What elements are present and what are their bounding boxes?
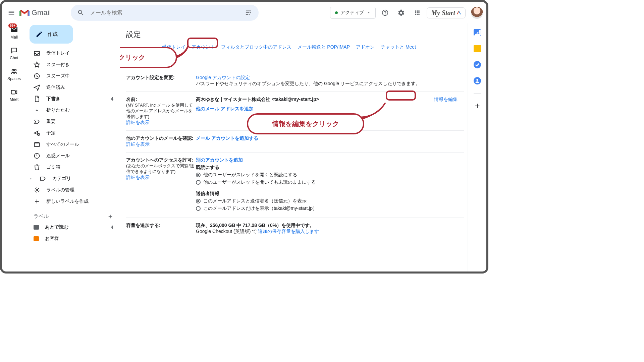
add-mail-account-link[interactable]: メール アカウントを追加する [196, 135, 464, 141]
annotation-outline-edit-info [386, 90, 416, 101]
main-menu-button[interactable] [5, 6, 18, 19]
storage-label: 容量を追加する: [126, 223, 196, 235]
apps-button[interactable] [411, 6, 424, 19]
sidepanel-add[interactable] [474, 102, 481, 110]
plus-icon [34, 198, 40, 205]
svg-point-3 [14, 69, 16, 71]
storage-usage: 現在、256,000 GB 中 717.28 GB（0%）を使用中です。 [196, 223, 464, 229]
tab-forwarding[interactable]: メール転送と POP/IMAP [298, 44, 350, 50]
acct-change-desc: パスワードやセキュリティのオプションを変更したり、他の Google サービスに… [196, 81, 464, 87]
grant-access-label: アカウントへのアクセスを許可: [126, 157, 196, 163]
radio-show-email-only[interactable]: このメールアドレスだけを表示（takaki@my-start.jp） [196, 205, 464, 212]
nav-spam[interactable]: 迷惑メール [26, 150, 120, 162]
gmail-icon [19, 9, 30, 17]
grant-details-link[interactable]: 詳細を表示 [126, 175, 196, 181]
chevron-up-icon [34, 107, 40, 114]
name-section-label: 名前: [126, 97, 196, 103]
brand-accent-icon [457, 10, 461, 15]
svg-point-0 [250, 12, 251, 13]
radio-show-name[interactable]: このメールアドレスと送信者名（送信元）を表示 [196, 198, 464, 204]
label-customers[interactable]: お客様 [26, 233, 120, 244]
page-title: 設定 [126, 29, 464, 40]
nav-manage-labels[interactable]: ラベルの管理 [26, 184, 120, 196]
nav-starred[interactable]: スター付き [26, 59, 120, 70]
svg-rect-4 [11, 90, 15, 94]
svg-point-9 [36, 189, 38, 191]
sidepanel-keep[interactable] [474, 45, 481, 52]
important-icon [34, 118, 40, 125]
nav-categories[interactable]: カテゴリ [26, 173, 120, 184]
trash-icon [34, 164, 40, 171]
add-another-account-link[interactable]: 別のアカウントを追加 [196, 157, 464, 163]
status-chip[interactable]: アクティブ [330, 7, 376, 19]
name-details-link[interactable]: 詳細を表示 [126, 120, 196, 126]
nav-create-label[interactable]: 新しいラベルを作成 [26, 196, 120, 207]
tab-addons[interactable]: アドオン [356, 44, 375, 50]
storage-purchase-line: Google Checkout (英語版) で 追加の保存容量を購入します [196, 229, 464, 235]
sidepanel-calendar[interactable]: 31 [474, 29, 481, 36]
workspace-brand[interactable]: My Start [427, 7, 466, 18]
gmail-logo[interactable]: Gmail [19, 8, 51, 17]
account-avatar[interactable] [471, 7, 483, 19]
nav-snoozed[interactable]: スヌーズ中 [26, 70, 120, 82]
spaces-icon [10, 68, 18, 75]
sender-info-header: 送信者情報 [196, 191, 464, 197]
name-section-sub: (MY START, Inc メール を使用して他のメール アドレスからメールを… [126, 103, 196, 120]
status-label: アクティブ [340, 10, 364, 16]
check-details-link[interactable]: 詳細を表示 [126, 141, 196, 147]
chevron-right-icon [29, 177, 33, 181]
rail-mail[interactable]: 99+ Mail [10, 25, 18, 40]
annotation-tail-edit [358, 101, 388, 121]
nav-allmail[interactable]: すべてのメール [26, 139, 120, 150]
tab-chat-meet[interactable]: チャットと Meet [381, 44, 416, 50]
rail-spaces[interactable]: Spaces [7, 68, 21, 81]
search-options-icon[interactable] [242, 6, 255, 19]
draft-icon [34, 96, 40, 102]
label-read-later[interactable]: あとで読む4 [26, 222, 120, 233]
sidepanel-tasks[interactable] [474, 61, 481, 68]
grant-access-sub: (あなたのメールボックスで閲覧/送信できるようになります) [126, 163, 196, 175]
google-account-settings-link[interactable]: Google アカウントの設定 [196, 75, 464, 81]
svg-point-2 [12, 69, 14, 71]
label-color-icon [34, 225, 39, 230]
purchase-storage-link[interactable]: 追加の保存容量を購入します [258, 229, 319, 234]
search-input[interactable] [88, 9, 242, 16]
rail-chat[interactable]: Chat [10, 47, 18, 60]
radio-mark-read[interactable]: 他のユーザーがスレッドを開くと既読にする [196, 172, 464, 178]
nav-trash[interactable]: ゴミ箱 [26, 162, 120, 173]
allmail-icon [34, 141, 40, 148]
compose-label: 作成 [48, 31, 58, 38]
nav-sent[interactable]: 送信済み [26, 82, 120, 93]
send-as-identity: 髙木ゆきな | マイスタート株式会社 <takaki@my-start.jp> [196, 97, 319, 103]
svg-rect-7 [35, 143, 40, 146]
add-another-address-link[interactable]: 他のメール アドレスを追加 [196, 106, 464, 112]
nav-collapse[interactable]: 折りたたむ [26, 105, 120, 116]
annotation-click-edit: 情報を編集をクリック [247, 113, 364, 134]
add-label-button[interactable] [107, 214, 113, 220]
gear-icon [34, 187, 40, 193]
edit-info-link[interactable]: 情報を編集 [434, 97, 458, 103]
search-bar[interactable] [71, 5, 259, 21]
rail-meet[interactable]: Meet [10, 88, 19, 102]
annotation-click-account: アカウントをクリック [120, 47, 177, 68]
support-button[interactable] [378, 6, 392, 19]
labels-header: ラベル [26, 207, 120, 222]
tab-filters[interactable]: フィルタとブロック中のアドレス [221, 44, 291, 50]
star-icon [34, 61, 40, 68]
nav-scheduled[interactable]: 予定 [26, 127, 120, 139]
settings-button[interactable] [394, 6, 408, 19]
sidepanel-contacts[interactable] [474, 77, 481, 84]
nav-drafts[interactable]: 下書き4 [26, 93, 120, 105]
annotation-outline-account-tab [187, 38, 218, 48]
nav-inbox[interactable]: 受信トレイ [26, 48, 120, 59]
spam-icon [34, 153, 40, 159]
radio-keep-unread[interactable]: 他のユーザーがスレッドを開いても未読のままにする [196, 179, 464, 185]
send-icon [34, 84, 40, 91]
compose-button[interactable]: 作成 [30, 25, 73, 44]
search-icon[interactable] [74, 6, 88, 19]
svg-point-1 [249, 14, 250, 15]
mail-badge: 99+ [8, 23, 17, 28]
nav-important[interactable]: 重要 [26, 116, 120, 127]
meet-icon [10, 88, 18, 96]
clock-icon [34, 73, 40, 79]
